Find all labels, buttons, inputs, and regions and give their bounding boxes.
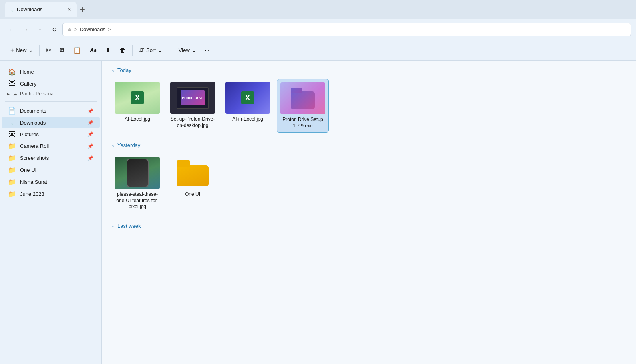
proton-screen-content: Proton Drive bbox=[181, 90, 205, 105]
sidebar-label-downloads: Downloads bbox=[20, 120, 46, 126]
view-chevron-icon: ⌄ bbox=[192, 47, 196, 53]
parth-expand-icon: ► bbox=[6, 92, 10, 96]
sidebar-label-parth: Parth - Personal bbox=[20, 91, 55, 97]
last-week-label: Last week bbox=[117, 223, 141, 229]
tab-download-icon: ↓ bbox=[10, 6, 14, 13]
nav-bar: ← → ↑ ↻ 🖥 > Downloads > bbox=[0, 19, 636, 40]
documents-pin-icon: 📌 bbox=[87, 108, 93, 114]
main-layout: 🏠 Home 🖼 Gallery ► ☁ Parth - Personal 📄 … bbox=[0, 61, 636, 364]
toolbar: + New ⌄ ✂ ⧉ 📋 Aa ⬆ 🗑 ⇵ Sort ⌄ ☵ View ⌄ ·… bbox=[0, 40, 636, 61]
folder-yellow-shape bbox=[177, 160, 209, 186]
title-bar: ↓ Downloads ✕ + bbox=[0, 0, 636, 19]
more-button[interactable]: ··· bbox=[201, 43, 213, 58]
sidebar-item-parth[interactable]: ► ☁ Parth - Personal bbox=[0, 90, 101, 98]
breadcrumb-path: Downloads bbox=[80, 26, 105, 32]
new-tab-button[interactable]: + bbox=[80, 4, 85, 15]
file-name-one-ui: One UI bbox=[185, 191, 200, 198]
toolbar-divider-2 bbox=[132, 45, 133, 56]
up-button[interactable]: ↑ bbox=[34, 23, 46, 36]
forward-button[interactable]: → bbox=[19, 23, 32, 36]
downloads-pin-icon: 📌 bbox=[87, 120, 93, 125]
tab-close-button[interactable]: ✕ bbox=[67, 7, 71, 12]
sort-chevron-icon: ⌄ bbox=[158, 47, 162, 53]
sidebar-item-documents[interactable]: 📄 Documents 📌 bbox=[2, 105, 100, 117]
sort-label: Sort bbox=[146, 47, 156, 53]
rename-button[interactable]: Aa bbox=[86, 43, 101, 58]
file-name-please-steal: please-steal-these-one-UI-features-for-p… bbox=[115, 191, 160, 210]
sidebar-label-nisha-surat: Nisha Surat bbox=[20, 179, 47, 185]
cut-button[interactable]: ✂ bbox=[42, 43, 55, 58]
active-tab[interactable]: ↓ Downloads ✕ bbox=[5, 2, 77, 17]
proton-folder-shape bbox=[291, 88, 315, 109]
file-name-ai-excel: AI-Excel.jpg bbox=[125, 116, 150, 123]
section-yesterday[interactable]: ⌄ Yesterday bbox=[111, 142, 626, 148]
sidebar-item-gallery[interactable]: 🖼 Gallery bbox=[2, 78, 100, 89]
sidebar-item-one-ui[interactable]: 📁 One UI bbox=[2, 164, 100, 176]
copy-icon: ⧉ bbox=[60, 47, 64, 54]
nisha-surat-icon: 📁 bbox=[8, 178, 16, 186]
sidebar-item-june-2023[interactable]: 📁 June 2023 bbox=[2, 188, 100, 200]
file-please-steal[interactable]: please-steal-these-one-UI-features-for-p… bbox=[111, 154, 163, 213]
view-label: View bbox=[179, 47, 190, 53]
paste-button[interactable]: 📋 bbox=[69, 43, 85, 58]
file-ai-excel[interactable]: X AI-Excel.jpg bbox=[111, 79, 163, 133]
paste-icon: 📋 bbox=[73, 46, 81, 54]
pictures-icon: 🖼 bbox=[8, 131, 16, 138]
sidebar-item-pictures[interactable]: 🖼 Pictures 📌 bbox=[2, 129, 100, 140]
excel-badge: X bbox=[131, 91, 144, 104]
one-ui-icon: 📁 bbox=[8, 166, 16, 174]
file-set-proton[interactable]: Proton Drive Set-up-Proton-Drive-on-desk… bbox=[167, 79, 219, 133]
breadcrumb[interactable]: 🖥 > Downloads > bbox=[62, 23, 631, 36]
camera-roll-icon: 📁 bbox=[8, 142, 16, 150]
rename-icon: Aa bbox=[90, 47, 97, 53]
refresh-button[interactable]: ↻ bbox=[48, 23, 61, 36]
sidebar-item-home[interactable]: 🏠 Home bbox=[2, 66, 100, 78]
sidebar-label-camera-roll: Camera Roll bbox=[20, 143, 49, 149]
yesterday-label: Yesterday bbox=[117, 142, 140, 148]
copy-button[interactable]: ⧉ bbox=[56, 43, 68, 58]
pictures-pin-icon: 📌 bbox=[87, 131, 93, 137]
breadcrumb-sep1: > bbox=[74, 26, 78, 32]
sort-button[interactable]: ⇵ Sort ⌄ bbox=[135, 43, 166, 58]
new-button[interactable]: + New ⌄ bbox=[6, 43, 37, 58]
file-name-set-proton: Set-up-Proton-Drive-on-desktop.jpg bbox=[170, 116, 215, 129]
section-last-week[interactable]: ⌄ Last week bbox=[111, 223, 626, 229]
forward-icon: → bbox=[23, 26, 28, 33]
last-week-chevron-icon: ⌄ bbox=[111, 223, 115, 229]
yesterday-file-grid: please-steal-these-one-UI-features-for-p… bbox=[111, 154, 626, 213]
tab-title: Downloads bbox=[17, 6, 42, 12]
delete-icon: 🗑 bbox=[119, 47, 126, 54]
up-icon: ↑ bbox=[39, 26, 42, 33]
sidebar-item-downloads[interactable]: ↓ Downloads 📌 bbox=[2, 117, 100, 128]
june-2023-icon: 📁 bbox=[8, 190, 16, 198]
home-icon: 🏠 bbox=[8, 68, 16, 76]
phone-shape bbox=[127, 159, 149, 187]
view-button[interactable]: ☵ View ⌄ bbox=[167, 43, 200, 58]
share-button[interactable]: ⬆ bbox=[101, 43, 115, 58]
sidebar-label-one-ui: One UI bbox=[20, 167, 36, 173]
share-icon: ⬆ bbox=[105, 46, 111, 54]
file-name-proton-setup: Proton Drive Setup 1.7.9.exe bbox=[280, 117, 325, 129]
delete-button[interactable]: 🗑 bbox=[115, 43, 130, 58]
back-icon: ← bbox=[8, 26, 14, 33]
gallery-icon: 🖼 bbox=[8, 80, 16, 87]
sidebar-label-documents: Documents bbox=[20, 108, 46, 114]
sidebar-item-screenshots[interactable]: 📁 Screenshots 📌 bbox=[2, 152, 100, 164]
sidebar-label-screenshots: Screenshots bbox=[20, 155, 49, 161]
sidebar-item-camera-roll[interactable]: 📁 Camera Roll 📌 bbox=[2, 140, 100, 152]
thumb-please-steal bbox=[115, 157, 160, 189]
sidebar-label-pictures: Pictures bbox=[20, 131, 39, 137]
file-one-ui-folder[interactable]: One UI bbox=[167, 154, 219, 213]
today-file-grid: X AI-Excel.jpg Proton Drive Set-up-Proto… bbox=[111, 79, 626, 133]
camera-roll-pin-icon: 📌 bbox=[87, 143, 93, 149]
file-proton-setup[interactable]: Proton Drive Setup 1.7.9.exe bbox=[277, 79, 329, 133]
back-button[interactable]: ← bbox=[5, 23, 18, 36]
file-ai-in-excel[interactable]: X AI-in-Excel.jpg bbox=[222, 79, 274, 133]
sort-icon: ⇵ bbox=[139, 46, 144, 54]
refresh-icon: ↻ bbox=[52, 26, 57, 33]
today-chevron-icon: ⌄ bbox=[111, 68, 115, 73]
today-label: Today bbox=[117, 67, 131, 73]
file-name-ai-in-excel: AI-in-Excel.jpg bbox=[232, 116, 263, 123]
section-today[interactable]: ⌄ Today bbox=[111, 67, 626, 73]
sidebar-item-nisha-surat[interactable]: 📁 Nisha Surat bbox=[2, 176, 100, 188]
